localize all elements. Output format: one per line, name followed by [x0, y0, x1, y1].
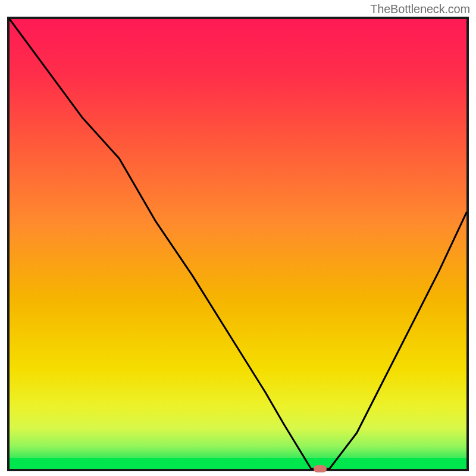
- optimal-band: [10, 458, 466, 469]
- chart-container: TheBottleneck.com: [0, 0, 476, 476]
- bottleneck-chart: [7, 17, 469, 471]
- heat-background: [10, 19, 466, 469]
- source-attribution: TheBottleneck.com: [370, 2, 470, 16]
- current-config-marker: [314, 465, 327, 472]
